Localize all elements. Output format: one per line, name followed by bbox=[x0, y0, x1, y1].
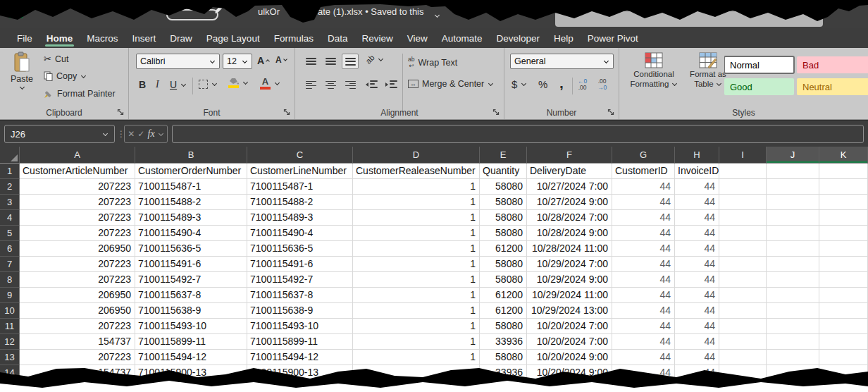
column-header-A[interactable]: A bbox=[20, 147, 135, 164]
cell[interactable] bbox=[767, 210, 819, 226]
cell[interactable] bbox=[767, 257, 819, 272]
cut-button[interactable]: ✂ Cut bbox=[44, 54, 68, 64]
cell[interactable] bbox=[719, 350, 767, 365]
orientation-button[interactable]: ab bbox=[366, 55, 384, 63]
cell[interactable] bbox=[719, 179, 767, 195]
cell[interactable] bbox=[719, 334, 767, 350]
tab-home[interactable]: Home bbox=[39, 28, 80, 48]
cell[interactable] bbox=[819, 365, 868, 381]
cell[interactable]: 7100115493-10 bbox=[135, 319, 247, 334]
cell[interactable] bbox=[767, 350, 819, 365]
cell[interactable] bbox=[819, 195, 868, 210]
cell[interactable] bbox=[719, 365, 767, 381]
cell[interactable]: 58080 bbox=[480, 257, 527, 272]
column-header-J[interactable]: J bbox=[767, 147, 819, 164]
cell[interactable]: 7100115637-8 bbox=[135, 288, 247, 303]
cell[interactable]: 44 bbox=[612, 303, 675, 319]
number-format-chevron-icon[interactable] bbox=[604, 58, 609, 63]
cell[interactable] bbox=[719, 195, 767, 210]
row-header-13[interactable]: 13 bbox=[0, 350, 20, 365]
shrink-font-button[interactable]: A bbox=[275, 55, 288, 65]
cell[interactable]: 7100115491-6 bbox=[247, 257, 353, 272]
cell[interactable]: 44 bbox=[612, 319, 675, 334]
cell[interactable]: 44 bbox=[675, 241, 719, 257]
cell[interactable]: 10/20/2024 9:00 bbox=[527, 365, 612, 381]
header-cell[interactable] bbox=[819, 164, 868, 179]
paste-button[interactable]: Paste bbox=[6, 51, 38, 104]
row-header-2[interactable]: 2 bbox=[0, 179, 20, 195]
font-name-chevron-icon[interactable] bbox=[210, 58, 215, 63]
cell[interactable]: 58080 bbox=[480, 195, 527, 210]
copy-button[interactable]: Copy bbox=[44, 71, 87, 81]
cell[interactable]: 44 bbox=[612, 195, 675, 210]
cell[interactable] bbox=[767, 272, 819, 288]
cell[interactable]: 1 bbox=[353, 195, 480, 210]
fx-chevron-icon[interactable] bbox=[159, 130, 163, 135]
copy-dropdown-chevron-icon[interactable] bbox=[81, 73, 86, 78]
select-all-corner[interactable] bbox=[0, 147, 20, 164]
cell[interactable]: 58080 bbox=[480, 350, 527, 365]
cell[interactable]: 44 bbox=[675, 272, 719, 288]
tab-view[interactable]: View bbox=[400, 28, 435, 48]
header-cell[interactable] bbox=[767, 164, 819, 179]
cell[interactable]: 44 bbox=[675, 179, 719, 195]
cell[interactable]: 58080 bbox=[480, 272, 527, 288]
number-dialog-launcher-icon[interactable] bbox=[607, 109, 615, 116]
column-header-H[interactable]: H bbox=[675, 147, 719, 164]
tab-page-layout[interactable]: Page Layout bbox=[199, 28, 267, 48]
cell[interactable]: 1 bbox=[353, 334, 480, 350]
cell[interactable]: 207223 bbox=[20, 350, 135, 365]
cell[interactable]: 7100115487-1 bbox=[135, 179, 247, 195]
formula-input[interactable] bbox=[172, 125, 864, 143]
cell[interactable]: 7100115899-11 bbox=[247, 334, 353, 350]
cell[interactable] bbox=[719, 319, 767, 334]
format-painter-button[interactable]: Format Painter bbox=[44, 89, 116, 99]
header-cell[interactable]: Quantity bbox=[480, 164, 527, 179]
style-chip-neutral[interactable]: Neutral bbox=[797, 78, 868, 95]
enter-icon[interactable]: ✓ bbox=[137, 129, 144, 139]
cell[interactable]: 10/29/2024 9:00 bbox=[527, 272, 612, 288]
tab-power-pivot[interactable]: Power Pivot bbox=[581, 28, 645, 48]
row-header-7[interactable]: 7 bbox=[0, 257, 20, 272]
tab-data[interactable]: Data bbox=[321, 28, 355, 48]
cell[interactable] bbox=[719, 210, 767, 226]
cell[interactable]: 44 bbox=[675, 226, 719, 241]
tab-developer[interactable]: Developer bbox=[490, 28, 547, 48]
cell[interactable]: 7100115489-3 bbox=[247, 210, 353, 226]
cell[interactable]: 1 bbox=[353, 257, 480, 272]
row-header-14[interactable]: 14 bbox=[0, 365, 20, 381]
header-cell[interactable]: CustomerOrderNumber bbox=[135, 164, 247, 179]
cell[interactable]: 1 bbox=[353, 272, 480, 288]
style-chip-good[interactable]: Good bbox=[724, 78, 794, 95]
row-header-1[interactable]: 1 bbox=[0, 164, 20, 179]
row-header-6[interactable]: 6 bbox=[0, 241, 20, 257]
cell[interactable]: 10/20/2024 7:00 bbox=[527, 319, 612, 334]
row-header-10[interactable]: 10 bbox=[0, 303, 20, 319]
cell[interactable] bbox=[719, 241, 767, 257]
clipboard-dialog-launcher-icon[interactable] bbox=[117, 109, 125, 116]
cell[interactable] bbox=[819, 179, 868, 195]
cell[interactable]: 7100115494-12 bbox=[247, 350, 353, 365]
cell[interactable]: 207223 bbox=[20, 195, 135, 210]
bold-button[interactable]: B bbox=[139, 79, 146, 90]
cell[interactable] bbox=[819, 226, 868, 241]
merge-center-button[interactable]: ↔ Merge & Center bbox=[408, 79, 494, 89]
align-left-button[interactable] bbox=[302, 77, 319, 92]
number-format-combo[interactable]: General bbox=[510, 54, 614, 69]
cell[interactable]: 61200 bbox=[480, 303, 527, 319]
alignment-dialog-launcher-icon[interactable] bbox=[492, 109, 500, 116]
cell[interactable]: 1 bbox=[353, 210, 480, 226]
increase-decimal-button[interactable]: .00→0 bbox=[597, 78, 607, 91]
increase-indent-button[interactable] bbox=[385, 80, 397, 88]
tab-help[interactable]: Help bbox=[547, 28, 581, 48]
cell[interactable] bbox=[767, 303, 819, 319]
cell[interactable]: 7100115636-5 bbox=[135, 241, 247, 257]
name-box[interactable]: J26 bbox=[4, 125, 115, 143]
cell[interactable] bbox=[819, 350, 868, 365]
wrap-text-button[interactable]: ab↩ Wrap Text bbox=[408, 56, 457, 69]
cell[interactable] bbox=[767, 365, 819, 381]
cell[interactable]: 7100115637-8 bbox=[247, 288, 353, 303]
cell[interactable]: 10/20/2024 9:00 bbox=[527, 350, 612, 365]
cell[interactable]: 1 bbox=[353, 179, 480, 195]
cell[interactable]: 206950 bbox=[20, 288, 135, 303]
